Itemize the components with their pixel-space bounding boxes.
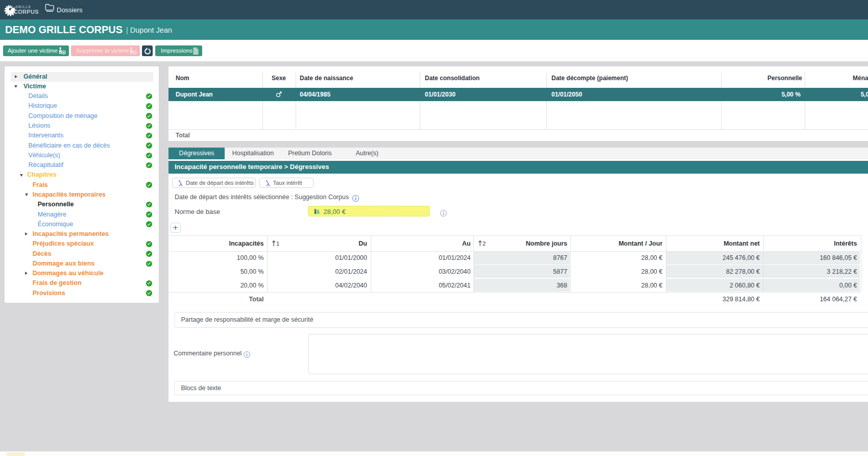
svg-text:2: 2	[483, 241, 486, 247]
